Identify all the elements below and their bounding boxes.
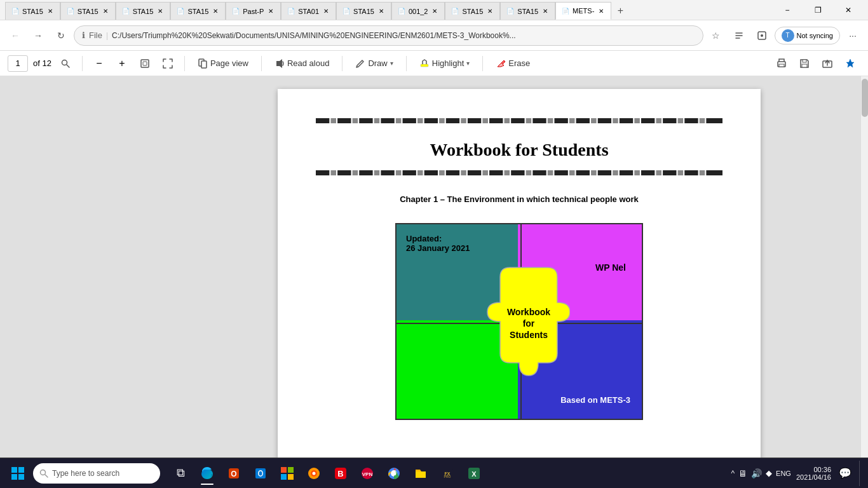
network-icon[interactable]: 🖥 [738, 468, 747, 478]
profile-sync-button[interactable]: T Not syncing [775, 27, 840, 44]
tab-sta15-2[interactable]: 📄 STA15 ✕ [60, 2, 116, 20]
taskbar-app-files[interactable] [408, 461, 433, 486]
scroll-thumb[interactable] [862, 79, 868, 117]
svg-point-120 [392, 471, 397, 475]
tab-close-2[interactable]: ✕ [101, 7, 110, 16]
protocol-icon: ℹ [82, 30, 85, 40]
fullscreen-button[interactable] [159, 55, 177, 72]
forward-button[interactable]: → [28, 25, 48, 46]
zoom-out-button[interactable]: − [90, 55, 108, 72]
taskbar-app-chrome[interactable] [381, 461, 407, 486]
search-pdf-button[interactable] [57, 55, 74, 72]
page-view-button[interactable]: Page view [193, 56, 254, 71]
svg-text:PRO: PRO [444, 475, 451, 478]
tab-sta15-7[interactable]: 📄 STA15 ✕ [336, 2, 391, 20]
tab-close-1[interactable]: ✕ [46, 7, 55, 16]
tab-close-10[interactable]: ✕ [541, 7, 550, 16]
address-input[interactable]: ℹ File | C:/Users/Triumph%20K%20Sekwati/… [74, 25, 703, 46]
tab-sta15-10[interactable]: 📄 STA15 ✕ [500, 2, 555, 20]
collections-button[interactable] [729, 25, 749, 46]
fit-page-button[interactable] [136, 55, 154, 72]
tab-pastp[interactable]: 📄 Past-P ✕ [226, 2, 281, 20]
tab-mets[interactable]: 📄 METS- ✕ [555, 2, 611, 20]
search-bar[interactable]: Type here to search [33, 463, 160, 484]
svg-rect-88 [678, 170, 684, 175]
erase-button[interactable]: Erase [491, 56, 535, 71]
taskbar-app-store[interactable] [275, 461, 300, 486]
new-tab-button[interactable]: + [611, 2, 629, 20]
taskbar-app-outlook[interactable] [248, 461, 273, 486]
taskbar-clock[interactable]: 00:36 2021/04/16 [796, 466, 831, 481]
toolbar-separator-5 [406, 56, 407, 71]
tab-close-4[interactable]: ✕ [211, 7, 220, 16]
language-indicator[interactable]: ENG [776, 470, 791, 477]
taskbar-app-edge[interactable] [194, 461, 220, 486]
svg-rect-89 [684, 170, 698, 175]
minimize-button[interactable]: − [773, 0, 802, 20]
tab-close-3[interactable]: ✕ [156, 7, 165, 16]
taskbar-app-firefox[interactable] [301, 461, 327, 486]
pin-button[interactable] [840, 53, 860, 74]
tab-close-8[interactable]: ✕ [430, 7, 439, 16]
tab-sta15-4[interactable]: 📄 STA15 ✕ [170, 2, 226, 20]
svg-rect-75 [532, 170, 546, 175]
tab-sta15-9[interactable]: 📄 STA15 ✕ [445, 2, 500, 20]
notification-center-button[interactable]: 💬 [836, 467, 854, 479]
draw-button[interactable]: Draw ▾ [350, 56, 398, 71]
taskbar-app-taskview[interactable]: ⧉ [168, 461, 193, 486]
tab-close-11[interactable]: ✕ [597, 6, 606, 15]
svg-rect-36 [526, 118, 532, 123]
tab-sta01[interactable]: 📄 STA01 ✕ [281, 2, 336, 20]
restore-button[interactable]: ❐ [803, 0, 832, 20]
tab-close-5[interactable]: ✕ [266, 7, 275, 16]
svg-rect-51 [684, 118, 698, 123]
start-button[interactable] [5, 461, 31, 486]
taskbar-app-fxpro[interactable]: FX PRO [435, 461, 460, 486]
pdf-viewer[interactable]: Workbook for Students [178, 76, 860, 458]
show-hidden-icons[interactable]: ^ [731, 469, 735, 478]
read-aloud-button[interactable]: Read aloud [269, 56, 335, 71]
svg-rect-95 [11, 467, 17, 473]
tab-close-6[interactable]: ✕ [322, 7, 330, 16]
refresh-button[interactable]: ↻ [51, 25, 71, 46]
tab-close-9[interactable]: ✕ [485, 7, 494, 16]
pdf-page: Workbook for Students [278, 89, 761, 458]
tab-icon-2: 📄 [66, 7, 75, 16]
svg-rect-109 [281, 474, 287, 480]
svg-rect-63 [403, 170, 416, 175]
share-browser-button[interactable] [752, 25, 772, 46]
tab-icon-6: 📄 [287, 7, 295, 16]
volume-icon[interactable]: 🔊 [751, 468, 762, 478]
tab-001-2[interactable]: 📄 001_2 ✕ [391, 2, 445, 20]
print-button[interactable] [771, 53, 792, 74]
taskbar-app-office[interactable]: O [221, 461, 247, 486]
page-number-input[interactable] [8, 55, 28, 72]
svg-point-1 [761, 34, 763, 37]
svg-rect-21 [359, 118, 372, 123]
show-desktop-button[interactable] [859, 461, 863, 486]
svg-rect-91 [706, 170, 722, 175]
share-button[interactable] [817, 53, 837, 74]
taskbar-app-vpn[interactable]: VPN [355, 461, 380, 486]
zoom-in-button[interactable]: + [113, 55, 131, 72]
taskbar-app-bitdefender[interactable]: B [328, 461, 353, 486]
scrollbar[interactable] [860, 76, 868, 458]
svg-rect-64 [417, 170, 423, 175]
back-button[interactable]: ← [5, 25, 25, 46]
svg-rect-76 [548, 170, 553, 175]
page-total: of 12 [33, 58, 51, 68]
dropbox-icon[interactable]: ◆ [766, 468, 772, 478]
page-view-label: Page view [210, 58, 248, 68]
more-options-button[interactable]: ··· [843, 25, 863, 46]
highlight-button[interactable]: Highlight ▾ [414, 56, 475, 71]
close-button[interactable]: ✕ [834, 0, 863, 20]
favorites-button[interactable]: ☆ [706, 25, 726, 46]
svg-rect-45 [620, 118, 633, 123]
tab-sta15-3[interactable]: 📄 STA15 ✕ [116, 2, 171, 20]
tab-sta15-1[interactable]: 📄 STA15 ✕ [5, 2, 60, 20]
save-button[interactable] [794, 53, 815, 74]
tab-close-7[interactable]: ✕ [377, 7, 386, 16]
svg-point-113 [313, 471, 316, 475]
taskbar-app-excel[interactable]: X [461, 461, 487, 486]
svg-rect-85 [641, 170, 654, 175]
